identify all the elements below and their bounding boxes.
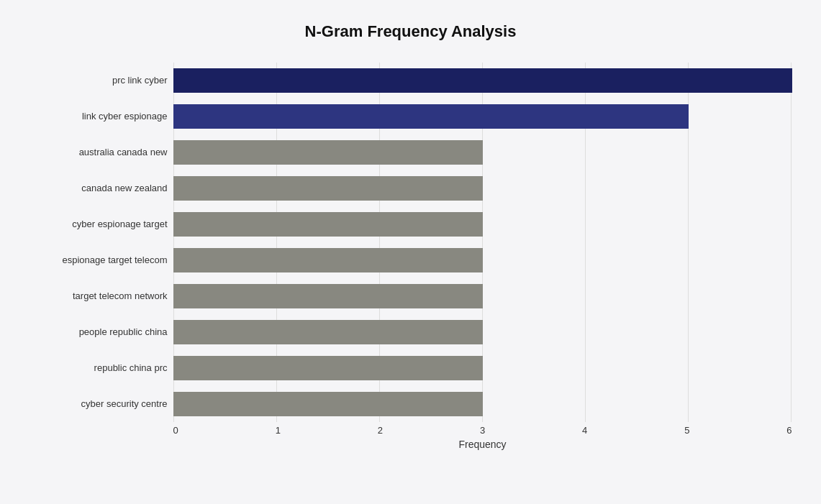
bar — [173, 284, 483, 308]
bar-row — [173, 134, 792, 170]
y-label: cyber espionage target — [72, 206, 167, 242]
bar — [173, 68, 792, 93]
bar-row — [173, 98, 792, 134]
x-axis-labels: 0123456 — [173, 425, 792, 436]
y-label: republic china prc — [94, 350, 168, 386]
x-tick-label: 1 — [276, 425, 281, 436]
bar — [173, 176, 483, 201]
y-label: target telecom network — [73, 278, 168, 314]
bar — [173, 248, 483, 272]
bar — [173, 320, 483, 344]
bar — [173, 140, 483, 165]
y-label: canada new zealand — [81, 170, 167, 206]
bar — [173, 212, 483, 237]
bar-row — [173, 206, 792, 242]
chart-title: N-Gram Frequency Analysis — [30, 22, 792, 41]
bars-section: prc link cyberlink cyber espionageaustra… — [30, 63, 792, 422]
x-tick-label: 5 — [684, 425, 689, 436]
bar-row — [173, 386, 792, 422]
chart-container: N-Gram Frequency Analysis prc link cyber… — [15, 8, 807, 497]
bar-row — [173, 170, 792, 206]
y-label: cyber security centre — [81, 386, 168, 422]
x-tick-label: 0 — [173, 425, 178, 436]
bar-row — [173, 63, 792, 98]
bar — [173, 392, 483, 416]
x-axis-title: Frequency — [173, 439, 792, 450]
y-label: people republic china — [79, 314, 168, 350]
bar — [173, 356, 483, 380]
bar-row — [173, 314, 792, 350]
y-label: link cyber espionage — [82, 98, 168, 134]
y-label: prc link cyber — [112, 63, 168, 98]
x-tick-label: 6 — [786, 425, 791, 436]
plot-area — [173, 63, 792, 422]
x-tick-label: 4 — [582, 425, 587, 436]
bar-row — [173, 242, 792, 278]
y-labels: prc link cyberlink cyber espionageaustra… — [30, 63, 173, 422]
bar — [173, 104, 689, 129]
y-label: australia canada new — [79, 134, 168, 170]
x-tick-label: 3 — [480, 425, 485, 436]
x-tick-label: 2 — [378, 425, 383, 436]
y-label: espionage target telecom — [63, 242, 168, 278]
bar-row — [173, 350, 792, 386]
chart-area: prc link cyberlink cyber espionageaustra… — [30, 63, 792, 436]
bar-row — [173, 278, 792, 314]
